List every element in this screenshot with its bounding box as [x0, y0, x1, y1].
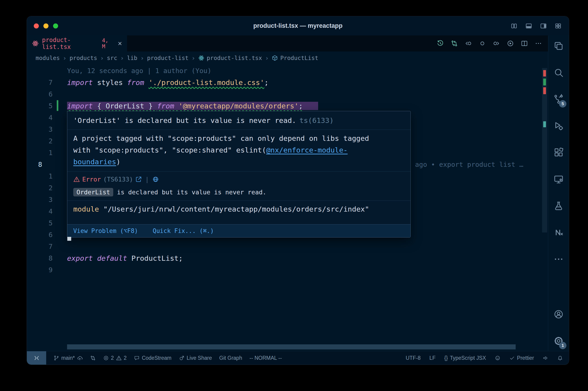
activity-explorer[interactable] [552, 39, 565, 52]
close-button[interactable] [34, 23, 39, 28]
breadcrumb-product-list[interactable]: product-list [147, 55, 189, 61]
beaker-icon [553, 200, 564, 211]
tab-bar: product-list.tsx 4, M × [27, 35, 548, 51]
status-feedback[interactable] [495, 355, 501, 361]
view-problem-link[interactable]: View Problem (⌥F8) [73, 227, 138, 234]
gutter-row[interactable]: 8 [27, 159, 61, 171]
toggle-panel-button[interactable] [525, 22, 533, 29]
tab-close-icon[interactable]: × [118, 40, 122, 47]
symbol-cube-icon [272, 55, 278, 61]
activity-source-control[interactable]: 5 [552, 93, 565, 106]
status-notifications[interactable] [557, 355, 563, 361]
breadcrumb-products[interactable]: products [70, 55, 97, 61]
activity-settings[interactable]: 1 [552, 334, 565, 347]
code-line[interactable] [67, 89, 318, 100]
error-code: (TS6133) [103, 176, 133, 183]
status-problems[interactable]: 22 [103, 355, 127, 361]
gutter-row[interactable]: 5 [27, 217, 61, 229]
gutter-row[interactable]: 7 [27, 241, 61, 252]
code-token: ; [299, 102, 303, 110]
status-text: CodeStream [142, 355, 171, 361]
open-error-docs-button[interactable] [135, 176, 142, 183]
gutter-row[interactable]: 8 [27, 252, 61, 264]
gutter-row[interactable]: 6 [27, 229, 61, 241]
status-language-mode[interactable]: {}TypeScript JSX [444, 355, 486, 361]
gutter-row[interactable]: 4 [27, 112, 61, 124]
zoom-button[interactable] [53, 23, 58, 28]
breadcrumb-src[interactable]: src [107, 55, 117, 61]
run-file-button[interactable] [507, 40, 514, 47]
status-encoding[interactable]: UTF-8 [406, 355, 420, 361]
gutter-row[interactable]: 1 [27, 147, 61, 159]
activity-run-and-debug[interactable] [552, 119, 565, 132]
activity-search[interactable] [552, 66, 565, 79]
code-token: '@myreactapp/modules/orders' [178, 102, 299, 110]
next-change-button[interactable] [493, 40, 500, 47]
line-number: 4 [49, 206, 53, 217]
status-announcement[interactable] [543, 355, 549, 361]
status-text: TypeScript JSX [450, 355, 486, 361]
gutter-row[interactable]: 2 [27, 135, 61, 147]
gutter-row[interactable]: 5 [27, 100, 61, 112]
error-sentence-text: is declared but its value is never read. [117, 189, 266, 196]
code-line[interactable]: export default ProductList; [67, 252, 318, 264]
toggle-secondary-sidebar-button[interactable] [540, 22, 547, 29]
compare-changes-button[interactable] [451, 40, 458, 47]
gutter-row[interactable]: 3 [27, 194, 61, 206]
activity-bar: 51 [548, 35, 569, 351]
timeline-button[interactable] [437, 40, 444, 47]
status-git-branch[interactable]: main* [54, 355, 83, 361]
nx-enforce-module-boundaries-link[interactable]: boundaries [73, 158, 116, 166]
breadcrumb-product-list-tsx[interactable]: product-list.tsx [198, 55, 262, 61]
gitlens-blame-button[interactable] [479, 40, 486, 47]
tab-product-list-tsx[interactable]: product-list.tsx 4, M × [27, 35, 127, 51]
split-editor-button[interactable] [521, 40, 528, 47]
hover-resize-handle[interactable] [67, 237, 71, 241]
line-number: 7 [49, 241, 53, 252]
customize-layout-button[interactable] [554, 22, 562, 29]
activity-testing[interactable] [552, 199, 565, 212]
gutter-row[interactable]: 9 [27, 264, 61, 276]
status-prettier[interactable]: Prettier [509, 355, 534, 361]
horizontal-scrollbar[interactable] [67, 344, 516, 349]
gutter-row[interactable]: 4 [27, 206, 61, 217]
activity-additional-views[interactable] [552, 253, 565, 266]
status-vim-mode[interactable]: -- NORMAL -- [250, 355, 282, 361]
activity-extensions[interactable] [552, 146, 565, 159]
gutter-row[interactable]: 3 [27, 124, 61, 135]
breadcrumb-lib[interactable]: lib [127, 55, 137, 61]
minimize-button[interactable] [43, 23, 48, 28]
nx-enforce-module-boundaries-link[interactable]: @nx/enforce-module- [266, 146, 348, 154]
code-line[interactable] [67, 241, 318, 252]
breadcrumb-separator-icon: › [120, 54, 124, 62]
more-actions-button[interactable] [535, 40, 542, 47]
gutter-row[interactable]: 2 [27, 182, 61, 194]
open-error-web-button[interactable] [152, 176, 159, 183]
gutter-row[interactable]: 1 [27, 171, 61, 182]
activity-remote-explorer[interactable] [552, 173, 565, 186]
code-line[interactable]: import styles from './product-list.modul… [67, 77, 318, 89]
status-live-share[interactable]: Live Share [179, 355, 212, 361]
breadcrumb-separator-icon: › [140, 54, 144, 62]
code-line[interactable]: import { OrderList } from '@myreactapp/m… [67, 100, 318, 112]
layout-sidebar-right-icon [540, 22, 547, 29]
breadcrumb-modules[interactable]: modules [36, 55, 60, 61]
window-title: product-list.tsx — myreactapp [27, 22, 569, 29]
history-icon [437, 40, 444, 47]
quick-fix-link[interactable]: Quick Fix... (⌘.) [153, 227, 214, 234]
status-codestream[interactable]: CodeStream [134, 355, 171, 361]
activity-accounts[interactable] [552, 308, 565, 321]
toggle-primary-sidebar-button[interactable] [510, 22, 518, 29]
gutter-row[interactable]: 6 [27, 89, 61, 100]
code-line[interactable] [67, 264, 318, 276]
status-git-graph[interactable]: Git Graph [219, 355, 242, 361]
breadcrumb-productlist[interactable]: ProductList [272, 55, 318, 61]
status-compare-refs[interactable] [90, 355, 96, 361]
code-editor[interactable]: You, 12 seconds ago | 1 author (You) 765… [27, 64, 548, 351]
status-remote-indicator[interactable] [27, 351, 46, 365]
gutter-row[interactable]: 7 [27, 77, 61, 89]
status-eol[interactable]: LF [429, 355, 435, 361]
previous-change-button[interactable] [465, 40, 472, 47]
activity-nx-console[interactable] [552, 226, 565, 239]
check-icon [509, 355, 515, 361]
